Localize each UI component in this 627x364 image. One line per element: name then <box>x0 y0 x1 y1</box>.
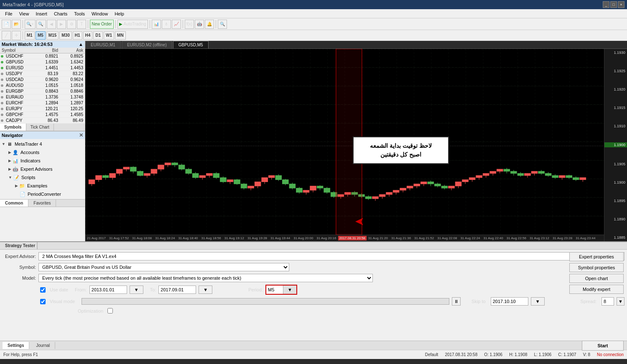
menu-help[interactable]: Help <box>111 10 127 17</box>
new-chart-button[interactable]: 📄 <box>2 20 11 29</box>
open-chart-button[interactable]: Open chart <box>569 274 624 283</box>
properties-button[interactable]: ⚙ <box>67 20 76 29</box>
accounts-icon: 👤 <box>12 149 19 156</box>
optimization-checkbox[interactable] <box>107 308 113 313</box>
spread-dropdown[interactable]: ▼ <box>617 297 624 306</box>
symbol-properties-button[interactable]: Symbol properties <box>569 263 624 272</box>
scroll-right-button[interactable]: ▶ <box>57 20 66 29</box>
crosshair-button[interactable]: ✛ <box>12 31 21 40</box>
nav-item-indicators[interactable]: ▶ 📊 Indicators <box>7 157 85 165</box>
visual-mode-slider[interactable] <box>82 298 449 305</box>
experts-button[interactable]: 🤖 <box>195 20 204 29</box>
mw-columns: Symbol Bid Ask <box>0 48 85 53</box>
use-date-checkbox[interactable] <box>40 287 46 293</box>
chart-tab-eurusd-m1[interactable]: EURUSD,M1 <box>85 41 121 48</box>
timeframe-m30[interactable]: M30 <box>59 31 71 40</box>
spread-input[interactable] <box>602 297 614 306</box>
menu-view[interactable]: View <box>16 10 33 17</box>
model-label: Model: <box>3 276 36 281</box>
alerts-button[interactable]: 🔔 <box>205 20 214 29</box>
nav-item-experts[interactable]: ▶ 🤖 Expert Advisors <box>7 165 85 173</box>
mw-row[interactable]: EURCHF 1.2894 1.2897 <box>0 100 85 106</box>
model-dropdown[interactable]: Every tick (the most precise method base… <box>38 274 373 282</box>
menu-window[interactable]: Window <box>88 10 111 17</box>
mw-row[interactable]: USDCAD 0.9620 0.9624 <box>0 77 85 83</box>
draw-line-button[interactable]: ╱ <box>2 31 11 40</box>
nav-item-accounts[interactable]: ▶ 👤 Accounts <box>7 148 85 157</box>
nav-bottom-tabs: Common Favorites <box>0 199 85 207</box>
search-button[interactable]: 🔍 <box>218 20 227 29</box>
nav-item-root[interactable]: ▼ 🖥 MetaTrader 4 <box>0 140 85 148</box>
timeframe-d1[interactable]: D1 <box>93 31 103 40</box>
period-dropdown-button[interactable]: ▼ <box>283 286 296 294</box>
mw-row[interactable]: GBPUSD 1.6339 1.6342 <box>0 59 85 65</box>
mw-row[interactable]: EURAUD 1.3736 1.3748 <box>0 94 85 100</box>
chart-type-bar[interactable]: 📊 <box>152 20 161 29</box>
timeframe-m5[interactable]: M5 <box>36 31 46 40</box>
nav-tab-favorites[interactable]: Favorites <box>28 200 56 207</box>
chart-container[interactable]: GBPUSD,M5 1.19071.19081.19071.1908 <box>85 49 627 241</box>
timeframe-m15[interactable]: M15 <box>46 31 59 40</box>
mw-row[interactable]: EURJPY 120.21 120.25 <box>0 106 85 112</box>
period-input[interactable] <box>266 286 283 294</box>
mw-row[interactable]: GBPCHF 1.4575 1.4585 <box>0 112 85 118</box>
nav-tab-common[interactable]: Common <box>0 200 28 207</box>
minimize-button[interactable]: _ <box>603 1 609 8</box>
nav-item-period-converter[interactable]: 📄 PeriodConverter <box>13 190 85 198</box>
zoom-out-button[interactable]: 🔍- <box>36 20 46 29</box>
chart-type-candle[interactable]: 🕯 <box>162 20 171 29</box>
settings-tab[interactable]: Settings <box>3 342 29 349</box>
mw-row[interactable]: EURGBP 0.8843 0.8846 <box>0 88 85 94</box>
to-date-input[interactable] <box>158 286 196 294</box>
menu-tools[interactable]: Tools <box>71 10 88 17</box>
scroll-left-button[interactable]: ◀ <box>47 20 56 29</box>
open-button[interactable]: 📂 <box>12 20 21 29</box>
mw-row[interactable]: AUDUSD 1.0515 1.0518 <box>0 83 85 88</box>
from-date-picker[interactable]: ▼ <box>130 286 143 294</box>
timeframe-mn[interactable]: MN <box>115 31 126 40</box>
menu-charts[interactable]: Charts <box>51 10 71 17</box>
autotrading-button[interactable]: ▶ AutoTrading <box>117 20 148 29</box>
maximize-button[interactable]: □ <box>610 1 617 8</box>
menu-file[interactable]: File <box>2 10 16 17</box>
new-order-button[interactable]: New Order <box>90 20 113 29</box>
chart-tab-gbpusd-m5[interactable]: GBPUSD,M5 <box>173 41 209 48</box>
journal-tab[interactable]: Journal <box>31 342 55 349</box>
close-button[interactable]: × <box>618 1 624 8</box>
timeframe-m1[interactable]: M1 <box>25 31 35 40</box>
mw-row[interactable]: CADJPY 86.43 86.49 <box>0 118 85 124</box>
menu-insert[interactable]: Insert <box>32 10 51 17</box>
status-bar: For Help, press F1 Default 2017.08.31 20… <box>0 350 627 359</box>
visual-mode-checkbox[interactable] <box>40 299 46 304</box>
modify-expert-button[interactable]: Modify expert <box>569 285 624 294</box>
nav-item-examples[interactable]: ▶ 📁 Examples <box>13 182 85 190</box>
mw-row[interactable]: EURUSD 1.4451 1.4453 <box>0 65 85 71</box>
chart-type-line[interactable]: 📈 <box>172 20 181 29</box>
status-profile: Default <box>425 352 438 357</box>
to-date-picker[interactable]: ▼ <box>199 286 212 294</box>
nav-item-scripts[interactable]: ▼ 📝 Scripts <box>7 173 85 182</box>
symbol-dropdown[interactable]: GBPUSD, Great Britain Pound vs US Dollar <box>38 263 289 271</box>
navigator-close-button[interactable]: ✕ <box>79 132 83 138</box>
timeframe-h1[interactable]: H1 <box>73 31 82 40</box>
mw-row[interactable]: USDJPY 83.19 83.22 <box>0 71 85 77</box>
template-button[interactable]: T <box>77 20 86 29</box>
indicators-button[interactable]: f(x) <box>185 20 194 29</box>
skip-to-picker[interactable]: ▼ <box>531 297 545 306</box>
tab-symbols[interactable]: Symbols <box>0 124 26 131</box>
ea-dropdown[interactable]: 2 MA Crosses Mega filter EA V1.ex4 <box>38 252 624 260</box>
main-area: Market Watch: 16:24:53 ▲ Symbol Bid Ask … <box>0 41 627 241</box>
tab-tick-chart[interactable]: Tick Chart <box>26 124 54 131</box>
mw-row[interactable]: USDCHF 0.8921 0.8925 <box>0 53 85 59</box>
timeframe-h4[interactable]: H4 <box>83 31 93 40</box>
from-date-input[interactable] <box>89 286 127 294</box>
start-button[interactable]: Start <box>582 341 624 351</box>
mw-collapse-icon[interactable]: ▲ <box>79 42 83 47</box>
price-1890: 1.1890 <box>604 217 627 221</box>
zoom-in-button[interactable]: 🔍+ <box>25 20 36 29</box>
timeframe-w1[interactable]: W1 <box>104 31 114 40</box>
chart-tab-eurusd-m2[interactable]: EURUSD,M2 (offline) <box>122 41 172 48</box>
expert-properties-button[interactable]: Expert properties <box>569 252 624 261</box>
pause-button[interactable]: ⏸ <box>452 297 461 306</box>
skip-to-input[interactable] <box>491 297 528 306</box>
